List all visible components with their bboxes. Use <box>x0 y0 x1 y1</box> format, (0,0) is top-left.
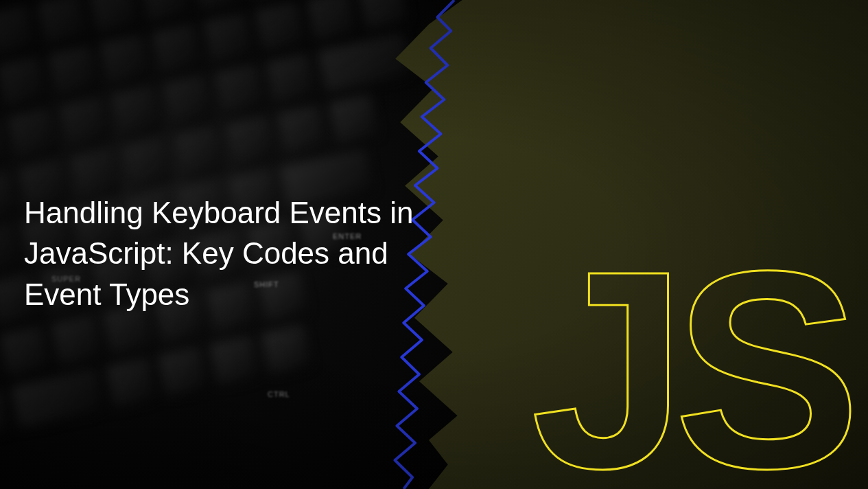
js-logo: JS <box>531 250 848 490</box>
article-title: Handling Keyboard Events in JavaScript: … <box>24 192 436 315</box>
key-label-ctrl: CTRL <box>268 390 290 398</box>
